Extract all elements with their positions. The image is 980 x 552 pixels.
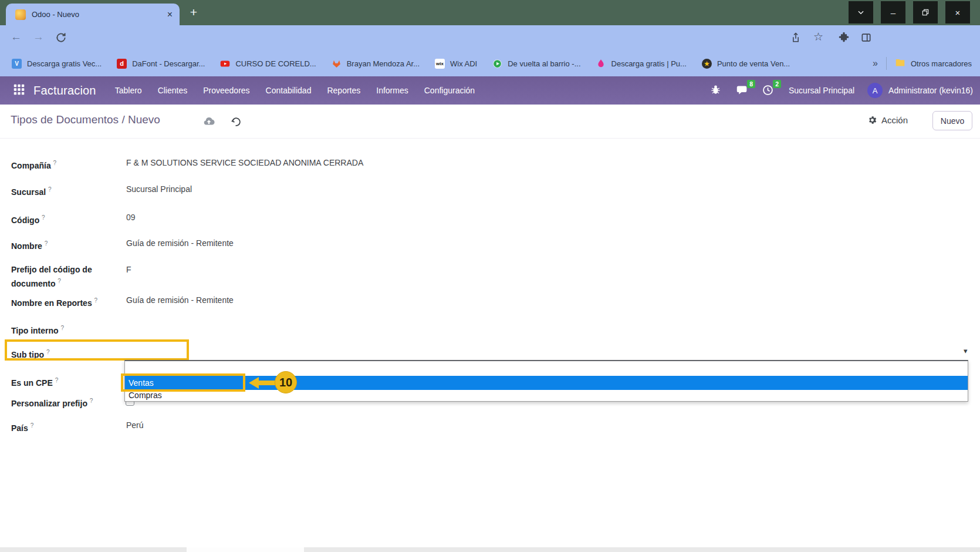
help-marker[interactable]: ? (42, 214, 45, 221)
help-marker[interactable]: ? (61, 325, 65, 331)
messages-button[interactable]: 8 (736, 84, 749, 97)
window-minimize-button[interactable]: – (881, 1, 905, 23)
bookmark-item[interactable]: CURSO DE CORELD... (220, 59, 316, 69)
field-row-es-un-cpe: Es un CPE ? (11, 375, 126, 389)
field-value-sucursal[interactable]: Sucursal Principal (126, 184, 192, 198)
clock-icon (762, 84, 774, 96)
menu-contabilidad[interactable]: Contabilidad (266, 86, 312, 95)
restore-icon (921, 8, 930, 16)
reload-button[interactable] (55, 32, 68, 45)
menu-clientes[interactable]: Clientes (158, 86, 188, 95)
vecteezy-icon: V (12, 59, 22, 69)
field-label: Personalizar prefijo (11, 399, 87, 408)
discard-undo-icon[interactable] (230, 116, 243, 129)
bookmark-item[interactable]: ★ Punto de venta Ven... (702, 59, 790, 69)
field-row-tipo-interno: Tipo interno ? (11, 322, 126, 336)
browser-toolbar: ← → kevin.solse.pe/web#cids=1&bids=1&men… (0, 25, 980, 51)
user-avatar[interactable]: A (867, 83, 883, 98)
star-badge-icon: ★ (702, 59, 712, 69)
apps-grid-icon[interactable] (13, 83, 25, 98)
field-value-nombre-reportes[interactable]: Guía de remisión - Remitente (126, 295, 234, 309)
bookmarks-overflow-button[interactable]: » (873, 58, 878, 69)
chat-icon (736, 84, 748, 96)
extensions-button[interactable] (838, 32, 851, 45)
action-label: Acción (881, 115, 908, 125)
window-close-button[interactable]: × (945, 1, 970, 23)
menu-reportes[interactable]: Reportes (327, 86, 360, 95)
odoo-header: Facturacion Tablero Clientes Proveedores… (0, 76, 980, 105)
field-row-nombre-reportes: Nombre en Reportes ? Guía de remisión - … (11, 295, 234, 309)
divider (886, 57, 887, 70)
extensions-puzzle-icon (838, 32, 850, 43)
branch-selector[interactable]: Sucursal Principal (789, 86, 854, 95)
save-cloud-icon[interactable] (202, 115, 215, 128)
field-row-compania: Compañía ? F & M SOLUTIONS SERVICE SOCIE… (11, 157, 363, 171)
action-menu[interactable]: Acción (867, 115, 908, 125)
select-caret-icon[interactable]: ▾ (964, 346, 968, 355)
play-icon (492, 59, 502, 69)
menu-proveedores[interactable]: Proveedores (203, 86, 249, 95)
help-marker[interactable]: ? (45, 240, 48, 247)
odoo-favicon-icon (15, 9, 26, 20)
reload-icon (55, 32, 67, 43)
debug-bug-icon[interactable] (710, 84, 723, 97)
activities-badge: 2 (773, 80, 781, 88)
field-value-pais[interactable]: Perú (126, 420, 144, 434)
annotation-step-badge: 10 (275, 371, 297, 393)
bookmark-item[interactable]: wix Wix ADI (435, 59, 477, 69)
field-label: Nombre (11, 241, 42, 251)
breadcrumb-bar: Tipos de Documentos / Nuevo Acción Nuevo (0, 105, 980, 139)
activities-button[interactable]: 2 (762, 84, 775, 97)
side-panel-button[interactable] (860, 32, 873, 45)
help-marker[interactable]: ? (58, 278, 61, 284)
gitlab-icon (332, 59, 342, 69)
window-restore-button[interactable] (913, 1, 938, 23)
share-button[interactable] (790, 32, 803, 45)
wix-icon: wix (435, 59, 445, 69)
field-value-compania[interactable]: F & M SOLUTIONS SERVICE SOCIEDAD ANONIMA… (126, 157, 363, 171)
back-button[interactable]: ← (11, 31, 22, 43)
field-value-codigo[interactable]: 09 (126, 212, 136, 226)
menu-tablero[interactable]: Tablero (115, 86, 142, 95)
help-marker[interactable]: ? (53, 160, 57, 166)
folder-icon (895, 58, 905, 69)
help-marker[interactable]: ? (48, 186, 52, 193)
menu-configuracion[interactable]: Configuración (424, 86, 475, 95)
youtube-icon (220, 59, 230, 69)
tab-close-icon[interactable]: × (167, 9, 173, 20)
field-label: Compañía (11, 161, 51, 170)
help-marker[interactable]: ? (90, 398, 93, 404)
bottom-edge-strip-segment (187, 547, 304, 552)
browser-tab[interactable]: Odoo - Nuevo × (6, 4, 180, 25)
field-value-prefijo[interactable]: F (126, 264, 131, 290)
field-row-sucursal: Sucursal ? Sucursal Principal (11, 184, 192, 198)
side-panel-icon (860, 32, 872, 43)
help-marker[interactable]: ? (55, 377, 59, 383)
breadcrumb[interactable]: Tipos de Documentos / Nuevo (11, 113, 160, 126)
dropdown-option-empty[interactable] (125, 361, 968, 376)
app-name[interactable]: Facturacion (33, 84, 96, 97)
bookmark-item[interactable]: De vuelta al barrio -... (492, 59, 580, 69)
bookmark-item[interactable]: V Descarga gratis Vec... (12, 59, 102, 69)
field-label: Código (11, 216, 39, 225)
forward-button[interactable]: → (33, 31, 44, 43)
field-value-nombre[interactable]: Guía de remisión - Remitente (126, 238, 234, 252)
ventas-highlight-box (121, 373, 245, 392)
window-menu-button[interactable] (849, 1, 873, 23)
bookmark-item[interactable]: Descarga gratis | Pu... (596, 59, 687, 69)
bookmark-star-button[interactable]: ☆ (813, 30, 823, 43)
bookmark-item[interactable]: d DaFont - Descargar... (117, 59, 205, 69)
other-bookmarks-button[interactable]: Otros marcadores (911, 59, 972, 68)
field-label: Nombre en Reportes (11, 298, 92, 308)
main-menu: Tablero Clientes Proveedores Contabilida… (115, 86, 491, 95)
field-row-pais: País ? Perú (11, 420, 144, 434)
new-tab-button[interactable]: + (187, 6, 201, 20)
nuevo-button[interactable]: Nuevo (932, 111, 972, 130)
field-row-nombre: Nombre ? Guía de remisión - Remitente (11, 238, 234, 252)
help-marker[interactable]: ? (31, 422, 34, 429)
help-marker[interactable]: ? (94, 297, 98, 304)
user-menu[interactable]: Administrator (kevin16) (888, 86, 973, 95)
bookmark-item[interactable]: Brayan Mendoza Ar... (332, 59, 420, 69)
menu-informes[interactable]: Informes (376, 86, 408, 95)
bookmarks-bar: V Descarga gratis Vec... d DaFont - Desc… (0, 51, 980, 76)
